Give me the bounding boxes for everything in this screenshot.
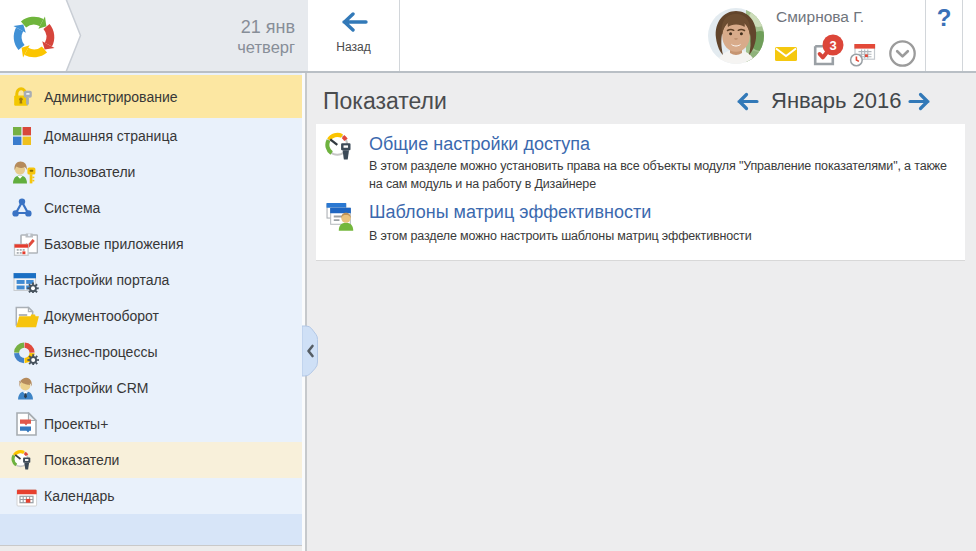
svg-text:3: 3 bbox=[829, 38, 836, 53]
